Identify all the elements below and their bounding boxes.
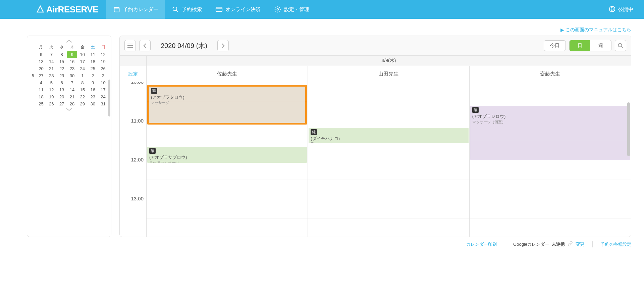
mini-cal-day[interactable]: 21 [67, 93, 77, 100]
mini-cal-day[interactable]: 25 [36, 100, 46, 107]
reservation-event[interactable]: 確(ダイチハナコ)足つぼマッサージ [309, 128, 468, 143]
mini-cal-day[interactable]: 3 [98, 72, 108, 79]
calendar-scrollbar[interactable] [627, 102, 630, 156]
mini-cal-day[interactable]: 18 [36, 93, 46, 100]
next-day-button[interactable] [217, 40, 229, 51]
menu-button[interactable] [124, 40, 136, 51]
mini-cal-day[interactable]: 24 [77, 65, 88, 72]
mini-cal-day[interactable]: 27 [57, 100, 67, 107]
mini-cal-day[interactable]: 11 [36, 86, 46, 93]
mini-cal-day[interactable]: 22 [77, 93, 88, 100]
time-cell[interactable] [470, 160, 631, 199]
time-cell[interactable]: 確(アオゾラタロウ)マッサージ [147, 82, 308, 121]
unlink-icon [568, 241, 573, 247]
mini-cal-day[interactable]: 6 [36, 51, 46, 58]
mini-cal-day[interactable]: 30 [88, 100, 98, 107]
mini-cal-day[interactable]: 14 [67, 86, 77, 93]
time-grid: 10:00確(アオゾラタロウ)マッサージ確(アオゾラジロウ)マッサージ（個室）1… [120, 82, 631, 237]
mini-cal-day[interactable]: 27 [36, 72, 46, 79]
mini-cal-day[interactable]: 20 [57, 93, 67, 100]
mini-cal-day[interactable]: 17 [77, 58, 88, 65]
time-cell[interactable]: 確(アオゾラジロウ)マッサージ（個室） [470, 82, 631, 121]
mini-cal-day[interactable]: 29 [57, 72, 67, 79]
status-badge: 確 [472, 107, 479, 113]
mini-cal-day[interactable]: 9 [88, 79, 98, 86]
mini-cal-day[interactable]: 4 [36, 79, 46, 86]
mini-cal-day[interactable]: 17 [98, 86, 108, 93]
nav-calendar[interactable]: 予約カレンダー [106, 0, 165, 19]
mini-cal-day[interactable]: 26 [46, 100, 57, 107]
time-cell[interactable] [308, 199, 469, 237]
mini-cal-day[interactable]: 15 [77, 86, 88, 93]
mini-cal-day[interactable]: 11 [88, 51, 98, 58]
mini-cal-day[interactable]: 7 [67, 79, 77, 86]
mini-cal-day[interactable]: 19 [46, 93, 57, 100]
mini-cal-scrollbar[interactable] [108, 80, 110, 116]
nav-settings[interactable]: 設定・管理 [267, 0, 316, 19]
time-cell[interactable] [147, 160, 308, 199]
mini-cal-day[interactable]: 13 [57, 86, 67, 93]
time-cell[interactable] [308, 160, 469, 199]
mini-cal-day[interactable]: 20 [36, 65, 46, 72]
mini-cal-day[interactable]: 12 [46, 86, 57, 93]
mini-cal-day[interactable]: 18 [88, 58, 98, 65]
mini-cal-day[interactable]: 12 [98, 51, 108, 58]
search-button[interactable] [615, 40, 626, 51]
view-week-button[interactable]: 週 [590, 40, 611, 51]
mini-cal-day[interactable]: 29 [77, 100, 88, 107]
mini-cal-weekday: 土 [88, 43, 98, 51]
nav-search[interactable]: 予約検索 [165, 0, 209, 19]
mini-cal-day[interactable]: 8 [57, 51, 67, 58]
mini-cal-day[interactable]: 10 [77, 51, 88, 58]
time-cell[interactable] [147, 199, 308, 237]
prev-day-button[interactable] [139, 40, 151, 51]
mini-cal-day[interactable]: 16 [88, 86, 98, 93]
mini-cal-day[interactable]: 10 [98, 79, 108, 86]
reservation-event[interactable]: 確(アオゾラタロウ)マッサージ [147, 85, 307, 125]
manual-link[interactable]: ▶ この画面のマニュアルはこちら [560, 27, 631, 33]
mini-cal-day[interactable]: 15 [57, 58, 67, 65]
mini-cal-day[interactable]: 1 [77, 72, 88, 79]
mini-cal-day[interactable]: 28 [67, 100, 77, 107]
today-button[interactable]: 今日 [544, 40, 566, 51]
mini-cal-day[interactable]: 9 [67, 51, 77, 58]
mini-cal-day[interactable]: 8 [77, 79, 88, 86]
time-grid-wrap: 10:00確(アオゾラタロウ)マッサージ確(アオゾラジロウ)マッサージ（個室）1… [120, 82, 631, 237]
nav-payment[interactable]: オンライン決済 [209, 0, 267, 19]
mini-cal-day[interactable]: 16 [67, 58, 77, 65]
mini-cal-next[interactable] [30, 107, 108, 111]
mini-cal-day[interactable]: 6 [57, 79, 67, 86]
time-cell[interactable] [470, 199, 631, 237]
mini-cal-prev[interactable] [30, 39, 108, 43]
mini-cal-day[interactable]: 19 [98, 58, 108, 65]
mini-cal-day[interactable]: 2 [88, 72, 98, 79]
mini-cal-day[interactable]: 23 [88, 93, 98, 100]
mini-cal-day[interactable]: 25 [88, 65, 98, 72]
view-day-button[interactable]: 日 [570, 40, 590, 51]
time-cell[interactable]: 確(アオゾラサブロウ)足つぼマッサージ [147, 121, 308, 160]
change-link[interactable]: 変更 [576, 241, 584, 247]
card-icon [215, 6, 223, 13]
mini-cal-day[interactable]: 13 [36, 58, 46, 65]
time-cell[interactable] [470, 121, 631, 160]
mini-cal-day[interactable]: 21 [46, 65, 57, 72]
mini-cal-day[interactable]: 5 [46, 79, 57, 86]
time-cell[interactable] [308, 82, 469, 121]
nav-search-label: 予約検索 [182, 6, 202, 13]
column-settings-button[interactable]: 設定 [120, 66, 147, 82]
mini-cal-day[interactable]: 31 [98, 100, 108, 107]
time-cell[interactable]: 確(ダイチハナコ)足つぼマッサージ [308, 121, 469, 160]
print-link[interactable]: カレンダー印刷 [466, 241, 497, 247]
mini-cal-day[interactable]: 26 [98, 65, 108, 72]
mini-cal-day[interactable]: 23 [67, 65, 77, 72]
mini-cal-day[interactable]: 24 [98, 93, 108, 100]
mini-cal-day[interactable]: 14 [46, 58, 57, 65]
mini-cal-day[interactable]: 28 [46, 72, 57, 79]
mini-cal-week-number [30, 86, 36, 93]
mini-cal-weekday: 木 [67, 43, 77, 51]
reservation-settings-link[interactable]: 予約の各種設定 [601, 241, 631, 247]
mini-cal-day[interactable]: 7 [46, 51, 57, 58]
mini-cal-day[interactable]: 30 [67, 72, 77, 79]
mini-cal-day[interactable]: 22 [57, 65, 67, 72]
header-status[interactable]: 公開中 [609, 0, 644, 19]
